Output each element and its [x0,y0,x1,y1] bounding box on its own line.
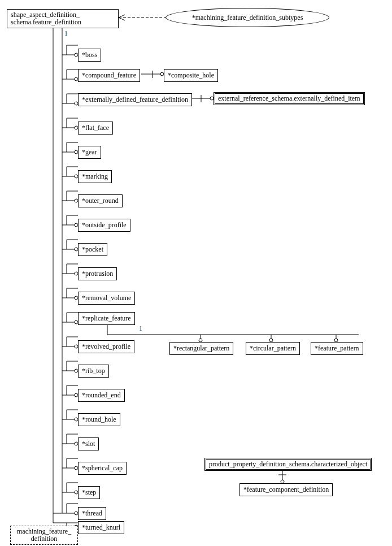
box-thread: *thread [78,507,106,520]
one-a: 1 [64,29,68,38]
root-label: shape_aspect_definition_ schema.feature_… [11,11,81,26]
box-ext-def: *externally_defined_feature_definition [78,93,192,106]
box-boss: *boss [78,49,101,62]
subtypes-label: *machining_feature_definition_subtypes [192,14,303,22]
box-marking: *marking [78,170,112,183]
box-flat-face: *flat_face [78,122,113,135]
box-revolved-profile: *revolved_profile [78,340,134,353]
box-ext-item: external_reference_schema.externally_def… [214,92,365,105]
box-round-hole: *round_hole [78,413,120,426]
subtypes-oval: *machining_feature_definition_subtypes [165,8,329,27]
box-spherical-cap: *spherical_cap [78,462,127,475]
box-outer-round: *outer_round [78,194,123,207]
box-feat-pattern: *feature_pattern [311,342,363,355]
box-turned-knurl: *turned_knurl [78,521,124,534]
box-rib-top: *rib_top [78,365,109,378]
box-removal-volume: *removal_volume [78,292,135,305]
box-rounded-end: *rounded_end [78,389,125,402]
box-compound-feature: *compound_feature [78,69,140,82]
box-protrusion: *protrusion [78,267,117,280]
root-box: shape_aspect_definition_ schema.feature_… [7,9,119,28]
box-slot: *slot [78,437,99,450]
box-step: *step [78,486,100,499]
box-feat-comp: *feature_component_definition [239,483,333,496]
box-replicate-feature: *replicate_feature [78,312,135,325]
box-circ-pattern: *circular_pattern [246,342,300,355]
box-rect-pattern: *rectangular_pattern [169,342,233,355]
box-pocket: *pocket [78,243,107,256]
box-machining-feature-def: machining_feature_ definition [10,526,78,545]
one-b: 1 [139,324,142,333]
box-composite-hole: *composite_hole [164,69,218,82]
box-char-obj: product_property_definition_schema.chara… [204,458,372,471]
box-gear: *gear [78,146,101,159]
box-outside-profile: *outside_profile [78,219,130,232]
